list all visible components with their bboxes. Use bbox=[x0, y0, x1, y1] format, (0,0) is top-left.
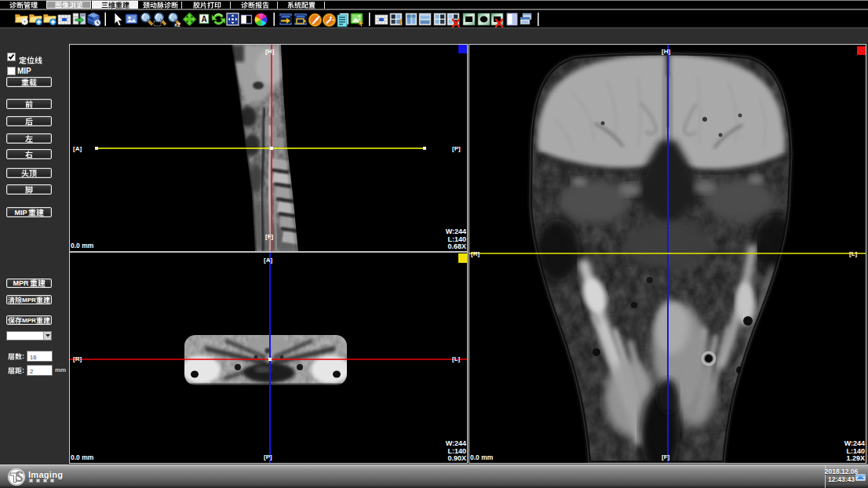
svg-text:A: A bbox=[202, 15, 207, 24]
svg-text:x2: x2 bbox=[174, 22, 181, 27]
